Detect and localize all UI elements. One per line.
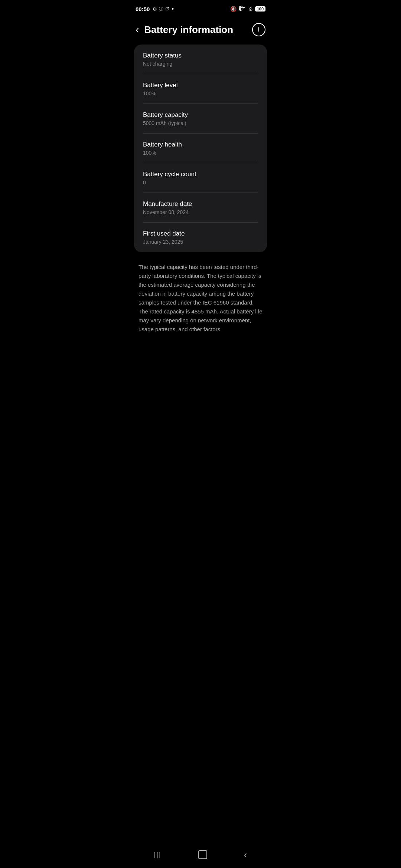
page-title: Battery information (144, 24, 233, 36)
battery-capacity-label: Battery capacity (143, 111, 258, 119)
settings-icon: ⚙ (153, 6, 157, 12)
status-time: 00:50 (136, 6, 150, 12)
info-button-label: i (258, 26, 260, 33)
wifi-off-icon (239, 5, 246, 13)
battery-info-card: Battery status Not charging Battery leve… (134, 45, 267, 252)
battery-level-value: 100% (143, 91, 258, 96)
manufacture-date-item: Manufacture date November 08, 2024 (134, 193, 267, 223)
battery-level-status: 100 (257, 7, 264, 11)
status-icons-left: ⚙ ⓘ ⏱ • (153, 6, 174, 12)
battery-capacity-value: 5000 mAh (typical) (143, 120, 258, 126)
battery-health-value: 100% (143, 150, 258, 156)
clock-icon: ⏱ (165, 6, 170, 11)
status-bar: 00:50 ⚙ ⓘ ⏱ • 🔇 ⊘ 100 (128, 0, 273, 16)
battery-cycle-count-value: 0 (143, 180, 258, 185)
battery-capacity-item: Battery capacity 5000 mAh (typical) (134, 104, 267, 134)
back-button[interactable]: ‹ (134, 22, 140, 37)
mute-icon: 🔇 (230, 6, 237, 12)
battery-cycle-count-item: Battery cycle count 0 (134, 163, 267, 193)
battery-status-value: Not charging (143, 61, 258, 67)
battery-health-item: Battery health 100% (134, 134, 267, 163)
description-text: The typical capacity has been tested und… (128, 260, 273, 341)
header-left: ‹ Battery information (134, 22, 233, 37)
status-left: 00:50 ⚙ ⓘ ⏱ • (136, 6, 174, 12)
first-used-date-value: January 23, 2025 (143, 239, 258, 245)
battery-level-item: Battery level 100% (134, 74, 267, 104)
first-used-date-label: First used date (143, 230, 258, 237)
header: ‹ Battery information i (128, 16, 273, 45)
info-status-icon: ⓘ (159, 6, 163, 12)
info-button[interactable]: i (252, 23, 265, 36)
status-right: 🔇 ⊘ 100 (230, 5, 265, 13)
battery-cycle-count-label: Battery cycle count (143, 171, 258, 178)
manufacture-date-label: Manufacture date (143, 200, 258, 208)
battery-status-item: Battery status Not charging (134, 45, 267, 74)
manufacture-date-value: November 08, 2024 (143, 209, 258, 215)
dot-icon: • (172, 6, 174, 12)
battery-level-label: Battery level (143, 82, 258, 89)
do-not-disturb-icon: ⊘ (248, 6, 253, 12)
battery-indicator: 100 (255, 6, 265, 11)
battery-status-label: Battery status (143, 52, 258, 59)
battery-health-label: Battery health (143, 141, 258, 148)
first-used-date-item: First used date January 23, 2025 (134, 223, 267, 252)
